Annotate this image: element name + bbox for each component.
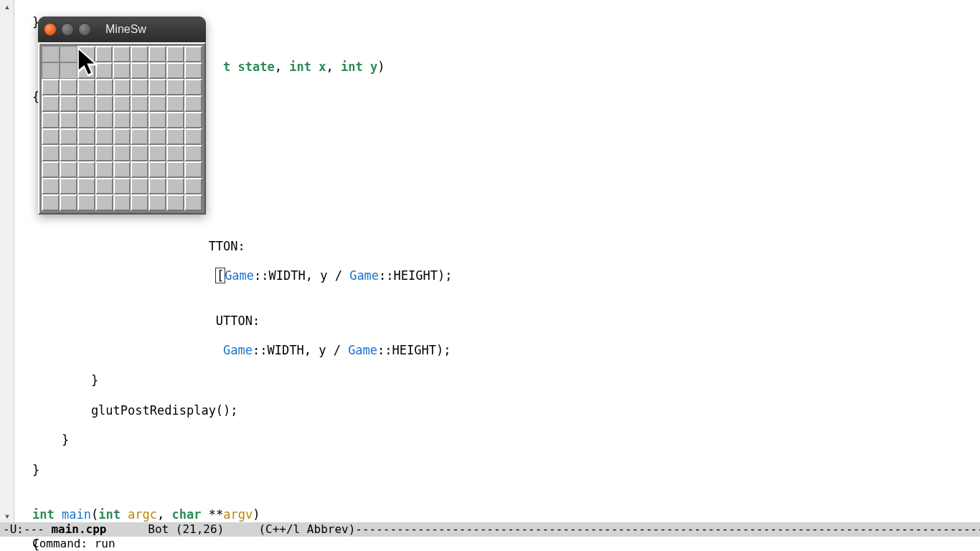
window-titlebar[interactable]: MineSw <box>38 17 206 42</box>
mine-cell[interactable] <box>60 178 77 194</box>
mine-cell[interactable] <box>184 128 202 145</box>
minesweeper-grid[interactable] <box>38 42 206 215</box>
mine-cell[interactable] <box>113 62 131 79</box>
mine-cell[interactable] <box>60 128 77 145</box>
close-icon[interactable] <box>44 23 57 36</box>
mine-cell[interactable] <box>60 95 77 112</box>
mine-cell[interactable] <box>95 145 113 161</box>
mine-cell[interactable] <box>149 79 166 95</box>
mine-cell[interactable] <box>42 194 60 211</box>
mine-cell[interactable] <box>42 161 60 178</box>
mine-cell[interactable] <box>131 112 149 128</box>
mine-cell[interactable] <box>166 145 184 161</box>
mine-cell[interactable] <box>60 112 77 128</box>
mine-cell[interactable] <box>184 112 202 128</box>
minesweeper-window[interactable]: MineSw <box>38 17 206 215</box>
mine-cell[interactable] <box>166 178 184 194</box>
mine-cell[interactable] <box>95 62 113 79</box>
mine-cell[interactable] <box>149 95 166 112</box>
mine-cell[interactable] <box>95 128 113 145</box>
mine-cell[interactable] <box>131 161 149 178</box>
mine-cell[interactable] <box>166 112 184 128</box>
mine-cell[interactable] <box>60 62 77 79</box>
mine-cell[interactable] <box>149 46 166 62</box>
mine-cell[interactable] <box>60 145 77 161</box>
mine-cell[interactable] <box>60 46 77 62</box>
mine-cell[interactable] <box>95 46 113 62</box>
mine-cell[interactable] <box>42 178 60 194</box>
mine-cell[interactable] <box>95 95 113 112</box>
mine-cell[interactable] <box>131 128 149 145</box>
mine-cell[interactable] <box>131 194 149 211</box>
mine-cell[interactable] <box>95 178 113 194</box>
mine-cell[interactable] <box>113 112 131 128</box>
mine-cell[interactable] <box>77 112 95 128</box>
mine-cell[interactable] <box>166 79 184 95</box>
mine-cell[interactable] <box>184 95 202 112</box>
mine-cell[interactable] <box>131 79 149 95</box>
mine-cell[interactable] <box>77 128 95 145</box>
mine-cell[interactable] <box>149 194 166 211</box>
mine-cell[interactable] <box>113 46 131 62</box>
mine-cell[interactable] <box>60 194 77 211</box>
mine-cell[interactable] <box>149 178 166 194</box>
mine-cell[interactable] <box>77 194 95 211</box>
mine-cell[interactable] <box>113 178 131 194</box>
mine-cell[interactable] <box>60 79 77 95</box>
mine-cell[interactable] <box>77 95 95 112</box>
mine-cell[interactable] <box>131 95 149 112</box>
mine-cell[interactable] <box>131 178 149 194</box>
mine-cell[interactable] <box>131 62 149 79</box>
mine-cell[interactable] <box>149 145 166 161</box>
mine-cell[interactable] <box>113 194 131 211</box>
mine-cell[interactable] <box>184 62 202 79</box>
mine-cell[interactable] <box>77 79 95 95</box>
mine-cell[interactable] <box>95 194 113 211</box>
mine-cell[interactable] <box>131 145 149 161</box>
mine-cell[interactable] <box>149 62 166 79</box>
mine-cell[interactable] <box>95 161 113 178</box>
mine-cell[interactable] <box>42 128 60 145</box>
mine-cell[interactable] <box>95 112 113 128</box>
mine-cell[interactable] <box>77 161 95 178</box>
maximize-icon[interactable] <box>78 23 91 36</box>
scroll-down-icon[interactable]: ▾ <box>2 511 12 521</box>
mine-cell[interactable] <box>166 62 184 79</box>
mine-cell[interactable] <box>184 178 202 194</box>
mine-cell[interactable] <box>77 178 95 194</box>
mine-cell[interactable] <box>166 161 184 178</box>
minimize-icon[interactable] <box>61 23 74 36</box>
mine-cell[interactable] <box>184 145 202 161</box>
mine-cell[interactable] <box>77 46 95 62</box>
mine-cell[interactable] <box>166 46 184 62</box>
mine-cell[interactable] <box>42 145 60 161</box>
mine-cell[interactable] <box>113 95 131 112</box>
mine-cell[interactable] <box>184 194 202 211</box>
mine-cell[interactable] <box>149 112 166 128</box>
mine-cell[interactable] <box>113 128 131 145</box>
mine-cell[interactable] <box>149 161 166 178</box>
mine-cell[interactable] <box>184 46 202 62</box>
mine-cell[interactable] <box>60 161 77 178</box>
mine-cell[interactable] <box>113 79 131 95</box>
mine-cell[interactable] <box>184 161 202 178</box>
mine-cell[interactable] <box>166 95 184 112</box>
mine-cell[interactable] <box>166 194 184 211</box>
mine-cell[interactable] <box>42 46 60 62</box>
mine-cell[interactable] <box>42 79 60 95</box>
mine-cell[interactable] <box>113 161 131 178</box>
mine-cell[interactable] <box>77 62 95 79</box>
mine-cell[interactable] <box>42 95 60 112</box>
mine-cell[interactable] <box>77 145 95 161</box>
mine-cell[interactable] <box>149 128 166 145</box>
editor-scrollbar[interactable]: ▴ ▾ <box>0 0 14 522</box>
mine-cell[interactable] <box>131 46 149 62</box>
scroll-up-icon[interactable]: ▴ <box>2 1 12 11</box>
mine-cell[interactable] <box>166 128 184 145</box>
minibuffer[interactable]: Command: run <box>0 537 980 551</box>
mine-cell[interactable] <box>42 62 60 79</box>
mine-cell[interactable] <box>184 79 202 95</box>
mine-cell[interactable] <box>113 145 131 161</box>
mine-cell[interactable] <box>42 112 60 128</box>
mine-cell[interactable] <box>95 79 113 95</box>
